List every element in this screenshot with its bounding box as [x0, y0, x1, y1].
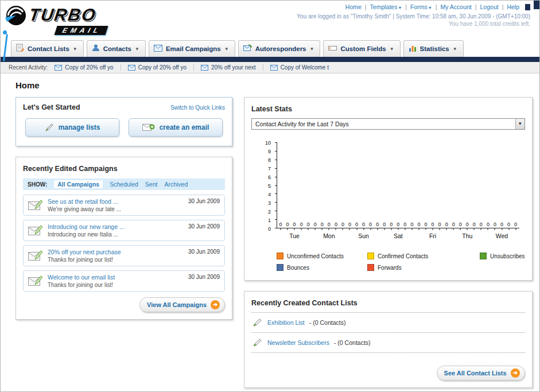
logo-swirl-icon [4, 4, 28, 30]
contacts-icon [92, 44, 100, 54]
chart-legend: Unconfirmed ContactsConfirmed ContactsUn… [277, 253, 525, 271]
chart-value-label: 0 [410, 222, 413, 227]
tab-custom-fields[interactable]: Custom Fields ▼ [323, 40, 400, 57]
see-all-contact-lists-button[interactable]: See All Contact Lists ➜ [437, 366, 525, 381]
y-axis-label: 8 [268, 157, 271, 163]
filter-scheduled[interactable]: Scheduled [110, 181, 138, 188]
campaign-title-link[interactable]: 20% off your next purchase [48, 249, 184, 255]
campaign-row[interactable]: Introducing our new range ... Introducin… [23, 220, 225, 241]
x-axis-tick [336, 228, 336, 230]
recent-contact-lists-panel: Recently Created Contact Lists Exhibitio… [244, 291, 533, 388]
campaign-title-link[interactable]: See us at the retail food ... [48, 198, 184, 205]
chart-value-label: 0 [487, 222, 490, 227]
tab-label: Contact Lists [28, 45, 69, 52]
x-axis-label: Thu [462, 232, 472, 239]
x-axis-tick [370, 228, 371, 230]
legend-item: Unsubscribes [480, 253, 525, 259]
contact-list-link[interactable]: Newsletter Subscribers [267, 339, 329, 346]
y-axis-tick [275, 219, 277, 220]
create-email-button[interactable]: create an email [129, 118, 223, 137]
campaign-date: 30 Jun 2009 [188, 274, 220, 280]
filter-archived[interactable]: Archived [164, 181, 188, 188]
chart-value-label: 0 [355, 222, 358, 227]
tab-email-campaigns[interactable]: Email Campaigns ▼ [149, 40, 235, 57]
nav-link-help[interactable]: Help [507, 3, 519, 10]
stats-range-select[interactable]: Contact Activity for the Last 7 Days ▼ [251, 118, 525, 130]
recent-activity-item[interactable]: Copy of 20% off yo [55, 64, 121, 71]
view-all-campaigns-button[interactable]: View All Campaigns ➜ [139, 297, 225, 312]
x-axis-tick [411, 228, 412, 230]
campaign-row[interactable]: See us at the retail food ... We're givi… [23, 195, 225, 216]
y-axis-label: 9 [268, 149, 271, 154]
tab-autoresponders[interactable]: Autoresponders ▼ [238, 40, 321, 57]
x-axis-tick [281, 228, 281, 230]
campaign-subtitle: We're giving away our late ... [48, 206, 184, 212]
y-axis-label: 4 [268, 192, 271, 197]
campaign-title-link[interactable]: Introducing our new range ... [48, 223, 184, 230]
campaign-date: 30 Jun 2009 [188, 249, 220, 255]
y-axis-tick [275, 202, 277, 203]
nav-link-home[interactable]: Home [345, 3, 362, 10]
chart-day-group: 00000Fri [415, 142, 450, 228]
campaign-title-link[interactable]: Welcome to our email list [48, 274, 184, 281]
envelope-pencil-icon [28, 200, 43, 211]
chart-value-label: 0 [507, 222, 510, 227]
chevron-down-icon: ▼ [224, 46, 229, 52]
x-axis-label: Tue [289, 232, 300, 239]
legend-label: Unconfirmed Contacts [287, 253, 344, 259]
contact-list-row[interactable]: Exhibition List - (0 Contacts) [251, 313, 525, 333]
x-axis-tick [308, 228, 309, 230]
chart-value-label: 0 [403, 222, 406, 227]
envelope-plus-icon [142, 123, 155, 132]
recent-activity-item[interactable]: 20% off your next [201, 64, 263, 71]
chart-value-label: 0 [369, 222, 372, 227]
filter-all-campaigns[interactable]: All Campaigns [54, 180, 103, 188]
tab-statistics[interactable]: Statistics ▼ [403, 40, 464, 57]
legend-label: Bounces [287, 265, 309, 271]
manage-lists-button[interactable]: manage lists [25, 118, 119, 137]
nav-link-forms[interactable]: Forms▼ [410, 3, 432, 10]
campaigns-title: Recently Edited Campaigns [23, 165, 118, 173]
chart-value-label: 0 [321, 222, 324, 227]
chevron-down-icon: ▼ [515, 119, 525, 129]
contact-list-link[interactable]: Exhibition List [267, 319, 305, 326]
campaign-row[interactable]: 20% off your next purchase Thanks for jo… [23, 245, 225, 266]
x-axis-label: Mon [323, 232, 335, 239]
y-axis-label: 5 [268, 183, 271, 189]
envelope-icon [55, 65, 62, 71]
x-axis-tick [398, 228, 398, 230]
chart-day-group: 00000Wed [484, 142, 519, 228]
y-axis-tick [275, 211, 277, 211]
legend-item: Confirmed Contacts [367, 253, 480, 259]
campaign-row[interactable]: Welcome to our email list Thanks for joi… [23, 270, 225, 292]
contact-list-row[interactable]: Newsletter Subscribers - (0 Contacts) [251, 333, 525, 353]
chart-value-label: 0 [300, 222, 303, 227]
chart-value-label: 0 [514, 222, 517, 227]
filter-sent[interactable]: Sent [145, 181, 158, 188]
legend-item: Forwards [367, 264, 480, 271]
chart-value-label: 0 [307, 222, 310, 227]
tab-contacts[interactable]: Contacts ▼ [87, 40, 146, 57]
nav-link-templates[interactable]: Templates▼ [370, 3, 402, 10]
y-axis-label: 1 [268, 218, 271, 223]
x-axis-tick [467, 228, 468, 230]
nav-link-my-account[interactable]: My Account [441, 3, 472, 10]
x-axis-tick [508, 228, 509, 230]
logo-sub: EMAIL [54, 26, 108, 35]
chevron-down-icon: ▼ [390, 46, 394, 52]
recent-activity-item[interactable]: Copy of Welcome t [270, 64, 336, 71]
stats-title: Latest Stats [251, 105, 292, 113]
recent-activity-item[interactable]: Copy of 20% off yo [128, 64, 194, 71]
logo-main: TURBO [28, 5, 108, 25]
tab-contact-lists[interactable]: Contact Lists ▼ [11, 40, 84, 57]
chart-value-label: 0 [424, 222, 427, 227]
chart-value-label: 0 [390, 222, 393, 227]
chevron-down-icon: ▼ [398, 6, 402, 10]
nav-link-logout[interactable]: Logout [480, 3, 499, 10]
switch-quick-links-link[interactable]: Switch to Quick Links [170, 104, 225, 111]
chart-value-label: 0 [452, 222, 455, 227]
envelope-icon [201, 65, 208, 71]
tab-label: Custom Fields [340, 45, 386, 52]
chevron-down-icon: ▼ [73, 46, 77, 52]
chart-value-label: 0 [500, 222, 503, 227]
